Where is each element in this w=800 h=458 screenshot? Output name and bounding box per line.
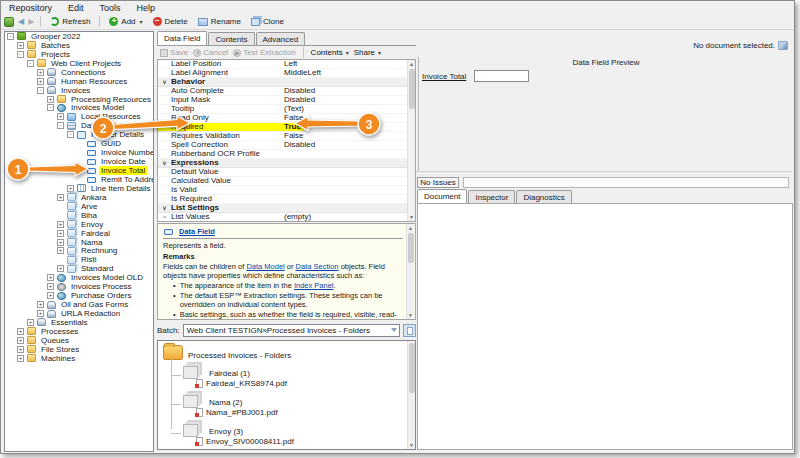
open-batch-button[interactable] [403, 324, 416, 337]
scroll-up-icon[interactable]: ▲ [408, 60, 415, 68]
help-scrollbar[interactable]: ▲ ▼ [406, 224, 414, 319]
tree-expander[interactable]: + [37, 69, 44, 76]
property-value[interactable]: Left [284, 60, 415, 68]
scrollbar-thumb[interactable] [409, 343, 415, 393]
menu-item[interactable]: Edit [68, 3, 84, 13]
scroll-down-icon[interactable]: ▼ [408, 441, 415, 449]
property-row[interactable]: > List Values (empty) [158, 213, 415, 222]
tree-expander[interactable]: - [67, 131, 74, 138]
property-row[interactable]: Is Required [158, 195, 415, 204]
tree-item[interactable]: + URLA Redaction [5, 309, 153, 318]
tree-item[interactable]: + Machines [5, 354, 153, 363]
document-tab[interactable]: Diagnostics [516, 190, 571, 203]
tree-expander[interactable]: - [47, 104, 54, 111]
property-value[interactable]: MiddleLeft [284, 69, 415, 77]
property-row[interactable]: ∨ Behavior [158, 78, 415, 87]
properties-tab[interactable]: Data Field [157, 31, 207, 45]
tree-item[interactable]: + Ankara [5, 193, 153, 202]
tree-expander[interactable]: + [47, 292, 54, 299]
tree-expander[interactable]: - [37, 87, 44, 94]
tree-expander[interactable]: + [57, 194, 64, 201]
tree-expander[interactable]: + [17, 328, 24, 335]
index-panel-link[interactable]: Index Panel [294, 281, 334, 290]
tree-item[interactable]: + Human Resources [5, 77, 153, 86]
tree-expander[interactable]: + [17, 346, 24, 353]
properties-tab[interactable]: Advanced [256, 32, 306, 45]
tree-item[interactable]: + Invoices Process [5, 282, 153, 291]
menu-item[interactable]: Tools [100, 3, 121, 13]
clone-button[interactable]: Clone [248, 16, 287, 27]
property-row[interactable]: Label Alignment MiddleLeft [158, 69, 415, 78]
menu-item[interactable]: Repository [9, 3, 52, 13]
tree-item[interactable]: + Processes [5, 327, 153, 336]
tree-expander[interactable]: - [7, 33, 14, 40]
property-row[interactable]: Input Mask Disabled [158, 96, 415, 105]
batch-dropdown[interactable]: Web Client TESTIGN»Processed Invoices - … [183, 324, 400, 337]
property-value[interactable]: (empty) [284, 213, 415, 221]
tree-expander[interactable]: + [27, 319, 34, 326]
tree-item[interactable]: + Essentials [5, 318, 153, 327]
share-menu-button[interactable]: Share▾ [354, 48, 381, 57]
property-row[interactable]: Auto Complete Disabled [158, 87, 415, 96]
scroll-up-icon[interactable]: ▲ [407, 224, 414, 232]
tree-item[interactable]: + Rechnung [5, 247, 153, 256]
scroll-down-icon[interactable]: ▼ [408, 213, 415, 221]
document-tab[interactable]: Inspector [468, 190, 515, 203]
data-section-link[interactable]: Data Section [296, 262, 339, 271]
batch-root-item[interactable]: Processed Invoices - Folders [158, 341, 415, 360]
tree-expander[interactable]: + [57, 230, 64, 237]
tree-item[interactable]: - Projects [5, 50, 153, 59]
property-row[interactable]: Calculated Value [158, 177, 415, 186]
property-row[interactable]: ∨ Expressions [158, 159, 415, 168]
property-row[interactable]: ∨ List Settings [158, 204, 415, 213]
tree-item[interactable]: - Grooper 2022 [5, 32, 153, 41]
preview-icon[interactable] [778, 41, 788, 50]
tree-item[interactable]: Risti [5, 255, 153, 264]
tree-expander[interactable]: + [57, 265, 64, 272]
tree-item[interactable]: Biha [5, 211, 153, 220]
tree-item[interactable]: - Invoices [5, 86, 153, 95]
tree-expander[interactable]: + [17, 337, 24, 344]
tree-expander[interactable]: + [47, 283, 54, 290]
tree-expander[interactable]: + [57, 221, 64, 228]
tree-expander[interactable]: + [47, 274, 54, 281]
tree-expander[interactable]: + [37, 301, 44, 308]
tree-item[interactable]: + File Stores [5, 345, 153, 354]
tree-item[interactable]: + Standard [5, 264, 153, 273]
property-row[interactable]: Label Position Left [158, 60, 415, 69]
tree-item[interactable]: + Processing Resources [5, 95, 153, 104]
batch-file-item[interactable]: Nama_#PBJ001.pdf [196, 408, 278, 417]
tree-item[interactable]: - Web Client Projects [5, 59, 153, 68]
batch-folder-item[interactable]: Fairdeal (1) Fairdeal_KRS8974.pdf [183, 366, 415, 395]
contents-menu-button[interactable]: Contents▾ [311, 48, 349, 57]
delete-button[interactable]: −Delete [150, 16, 191, 27]
property-value[interactable]: Disabled [284, 96, 415, 104]
tree-item[interactable]: + Invoices Model OLD [5, 273, 153, 282]
property-row[interactable]: Default Value [158, 168, 415, 177]
tree-expander[interactable]: + [57, 239, 64, 246]
rename-button[interactable]: Rename [195, 16, 244, 27]
properties-tab[interactable]: Contents [208, 32, 254, 45]
data-model-link[interactable]: Data Model [246, 262, 284, 271]
forward-button[interactable]: ▶ [28, 17, 34, 26]
batch-tree-scrollbar[interactable]: ▼ [407, 341, 415, 449]
property-grid-scrollbar[interactable]: ▲ ▼ [407, 60, 415, 221]
tree-expander[interactable]: + [47, 96, 54, 103]
property-value[interactable]: Disabled [284, 141, 415, 149]
tree-item[interactable]: + Nama [5, 238, 153, 247]
tree-expander[interactable]: + [37, 310, 44, 317]
tree-item[interactable]: + Oil and Gas Forms [5, 300, 153, 309]
tree-expander[interactable]: + [57, 113, 64, 120]
property-row[interactable]: Spell Correction Disabled [158, 141, 415, 150]
tree-expander[interactable]: + [17, 42, 24, 49]
tree-item[interactable]: + Connections [5, 68, 153, 77]
test-extraction-button[interactable]: ▶Test Extraction [233, 48, 295, 57]
tree-item[interactable]: Arve [5, 202, 153, 211]
tree-expander[interactable]: + [17, 355, 24, 362]
tree-item[interactable]: + Fairdeal [5, 229, 153, 238]
tree-item[interactable]: + Envoy [5, 220, 153, 229]
scrollbar-thumb[interactable] [408, 233, 414, 263]
property-value[interactable]: Disabled [284, 87, 415, 95]
property-row[interactable]: Rubberband OCR Profile [158, 150, 415, 159]
menu-item[interactable]: Help [137, 3, 156, 13]
